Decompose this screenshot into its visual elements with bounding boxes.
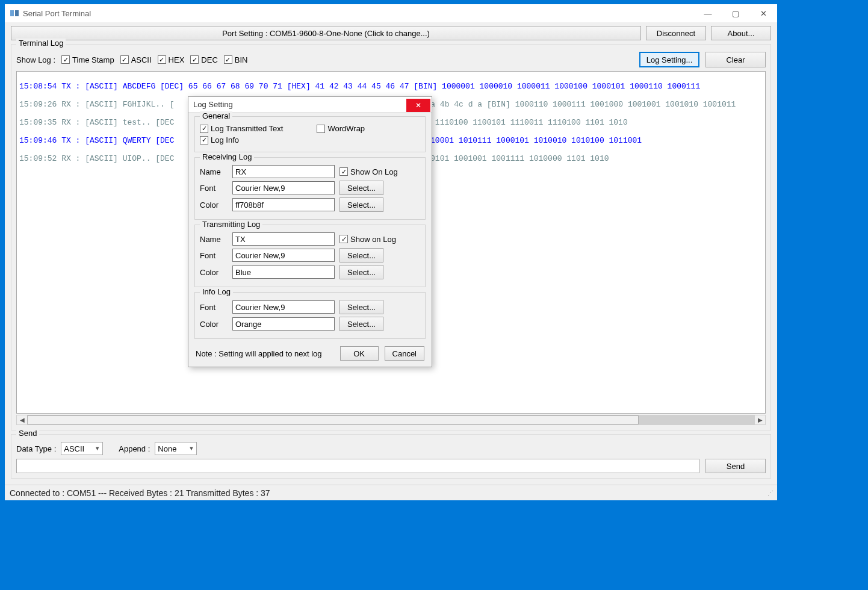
append-label: Append : bbox=[119, 444, 150, 453]
maximize-button[interactable]: ▢ bbox=[722, 4, 749, 22]
hex-checkbox[interactable]: ✓HEX bbox=[158, 55, 185, 64]
transmitting-log-legend: Transmitting Log bbox=[200, 220, 262, 229]
chevron-down-icon: ▼ bbox=[188, 446, 194, 452]
general-legend: General bbox=[200, 111, 232, 120]
rx-color-select-button[interactable]: Select... bbox=[339, 197, 383, 212]
info-font-label: Font bbox=[200, 303, 228, 312]
scroll-left-icon[interactable]: ◀ bbox=[17, 417, 27, 423]
tx-color-label: Color bbox=[200, 268, 228, 277]
disconnect-button[interactable]: Disconnect bbox=[646, 26, 706, 40]
chevron-down-icon: ▼ bbox=[95, 446, 100, 452]
dialog-note: Note : Setting will applied to next log bbox=[196, 349, 322, 358]
horizontal-scrollbar[interactable]: ◀ ▶ bbox=[16, 415, 766, 425]
data-type-value: ASCII bbox=[64, 444, 84, 453]
rx-name-input[interactable] bbox=[232, 165, 335, 178]
rx-font-label: Font bbox=[200, 184, 228, 193]
about-button[interactable]: About... bbox=[711, 26, 771, 40]
send-button[interactable]: Send bbox=[705, 459, 766, 473]
app-icon bbox=[10, 8, 19, 18]
rx-font-input[interactable] bbox=[232, 181, 335, 194]
tx-show-on-log-checkbox[interactable]: ✓Show on Log bbox=[339, 235, 396, 244]
tx-color-select-button[interactable]: Select... bbox=[339, 265, 383, 279]
tx-font-select-button[interactable]: Select... bbox=[339, 248, 383, 262]
clear-button[interactable]: Clear bbox=[705, 52, 766, 67]
transmitting-log-fieldset: Transmitting Log Name ✓Show on Log Font … bbox=[194, 225, 426, 287]
info-color-select-button[interactable]: Select... bbox=[339, 317, 383, 331]
tx-name-input[interactable] bbox=[232, 232, 335, 246]
info-color-label: Color bbox=[200, 320, 228, 329]
dialog-body: General ✓Log Transmitted Text WordWrap ✓… bbox=[188, 113, 432, 367]
show-log-controls: Show Log : ✓Time Stamp ✓ASCII ✓HEX ✓DEC … bbox=[16, 52, 766, 67]
dialog-footer: Note : Setting will applied to next log … bbox=[194, 344, 426, 361]
close-button[interactable]: ✕ bbox=[749, 4, 777, 22]
window-controls: — ▢ ✕ bbox=[694, 4, 777, 22]
tx-name-label: Name bbox=[200, 235, 228, 244]
log-line-rx: 15:09:35 RX : [ASCII] test.. [DEC bbox=[19, 118, 174, 127]
titlebar: Serial Port Terminal — ▢ ✕ bbox=[5, 4, 777, 22]
log-setting-button[interactable]: Log Setting... bbox=[639, 52, 699, 67]
bin-checkbox[interactable]: ✓BIN bbox=[224, 55, 248, 64]
scroll-track[interactable] bbox=[27, 415, 755, 424]
timestamp-checkbox[interactable]: ✓Time Stamp bbox=[61, 55, 114, 64]
dialog-title: Log Setting bbox=[193, 100, 233, 109]
send-input[interactable] bbox=[16, 459, 699, 473]
rx-show-on-log-checkbox[interactable]: ✓Show On Log bbox=[339, 167, 398, 176]
log-transmitted-checkbox[interactable]: ✓Log Transmitted Text bbox=[200, 124, 283, 133]
append-value: None bbox=[158, 444, 176, 453]
top-row: Port Setting : COM51-9600-8-One-None (Cl… bbox=[11, 26, 771, 40]
svg-rect-0 bbox=[10, 10, 14, 16]
info-log-fieldset: Info Log Font Select... Color Select... bbox=[194, 292, 426, 339]
log-line-tx: 15:08:54 TX : [ASCII] ABCDEFG [DEC] 65 6… bbox=[19, 82, 700, 91]
rx-color-input[interactable] bbox=[232, 198, 335, 211]
show-log-label: Show Log : bbox=[16, 55, 55, 64]
log-line-tx: 15:09:46 TX : [ASCII] QWERTY [DEC bbox=[19, 136, 174, 145]
data-type-select[interactable]: ASCII ▼ bbox=[61, 442, 103, 455]
window-title: Serial Port Terminal bbox=[23, 9, 91, 18]
wordwrap-checkbox[interactable]: WordWrap bbox=[317, 124, 365, 133]
rx-color-label: Color bbox=[200, 200, 228, 210]
port-setting-button[interactable]: Port Setting : COM51-9600-8-One-None (Cl… bbox=[11, 26, 641, 40]
dialog-titlebar: Log Setting ✕ bbox=[188, 97, 432, 113]
status-text: Connected to : COM51 --- Received Bytes … bbox=[10, 488, 270, 498]
terminal-log-legend: Terminal Log bbox=[16, 39, 66, 48]
minimize-button[interactable]: — bbox=[694, 4, 722, 22]
send-group: Send Data Type : ASCII ▼ Append : None ▼… bbox=[11, 434, 771, 479]
tx-font-input[interactable] bbox=[232, 249, 335, 262]
log-line-rx: 15:09:26 RX : [ASCII] FGHIJKL.. [ bbox=[19, 100, 174, 109]
send-legend: Send bbox=[16, 429, 39, 438]
log-info-checkbox[interactable]: ✓Log Info bbox=[200, 135, 239, 144]
svg-rect-1 bbox=[15, 10, 19, 16]
tx-color-input[interactable] bbox=[232, 266, 335, 279]
log-line-rx: 15:09:52 RX : [ASCII] UIOP.. [DEC bbox=[19, 154, 174, 163]
general-fieldset: General ✓Log Transmitted Text WordWrap ✓… bbox=[194, 116, 426, 152]
resize-grip-icon[interactable]: ⋰ bbox=[767, 489, 772, 496]
append-select[interactable]: None ▼ bbox=[155, 442, 197, 455]
info-font-select-button[interactable]: Select... bbox=[339, 300, 383, 314]
cancel-button[interactable]: Cancel bbox=[385, 346, 424, 361]
rx-font-select-button[interactable]: Select... bbox=[339, 181, 383, 195]
statusbar: Connected to : COM51 --- Received Bytes … bbox=[5, 485, 777, 500]
ascii-checkbox[interactable]: ✓ASCII bbox=[120, 55, 152, 64]
rx-name-label: Name bbox=[200, 167, 228, 176]
scroll-right-icon[interactable]: ▶ bbox=[755, 417, 765, 423]
info-font-input[interactable] bbox=[232, 300, 335, 314]
receiving-log-fieldset: Receiving Log Name ✓Show On Log Font Sel… bbox=[194, 157, 426, 220]
dec-checkbox[interactable]: ✓DEC bbox=[190, 55, 217, 64]
data-type-label: Data Type : bbox=[16, 444, 56, 453]
scroll-thumb[interactable] bbox=[27, 415, 639, 424]
tx-font-label: Font bbox=[200, 251, 228, 260]
info-color-input[interactable] bbox=[232, 317, 335, 331]
log-setting-dialog: Log Setting ✕ General ✓Log Transmitted T… bbox=[188, 96, 432, 367]
info-log-legend: Info Log bbox=[200, 287, 233, 296]
receiving-log-legend: Receiving Log bbox=[200, 152, 254, 161]
ok-button[interactable]: OK bbox=[340, 346, 379, 361]
dialog-close-button[interactable]: ✕ bbox=[406, 99, 430, 112]
